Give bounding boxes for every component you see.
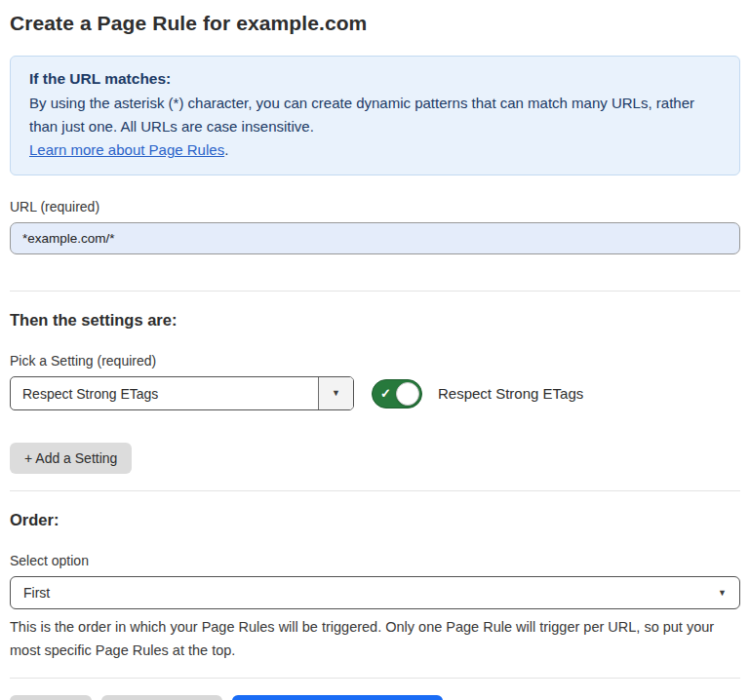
link-period: . [224, 141, 228, 158]
create-page-rule-form: Create a Page Rule for example.com If th… [0, 0, 750, 700]
order-help-text: This is the order in which your Page Rul… [10, 615, 736, 662]
order-select[interactable]: First ▼ [10, 576, 740, 609]
toggle-knob [396, 382, 419, 406]
divider [10, 490, 740, 491]
info-box-body: By using the asterisk (*) character, you… [29, 92, 712, 138]
divider [10, 291, 740, 292]
save-deploy-button[interactable]: Save and Deploy Page Rule [232, 695, 443, 700]
learn-more-link[interactable]: Learn more about Page Rules [29, 141, 224, 158]
toggle-label: Respect Strong ETags [438, 385, 583, 402]
chevron-down-icon: ▼ [332, 389, 340, 398]
url-label: URL (required) [10, 199, 740, 214]
setting-row: Respect Strong ETags ▼ ✓ Respect Strong … [10, 376, 740, 410]
check-icon: ✓ [380, 387, 391, 400]
info-box-heading: If the URL matches: [29, 67, 721, 91]
add-setting-button[interactable]: + Add a Setting [10, 443, 132, 474]
chevron-down-icon: ▼ [718, 589, 727, 598]
page-title: Create a Page Rule for example.com [10, 12, 740, 35]
info-box-link-line: Learn more about Page Rules. [29, 138, 721, 162]
order-select-value: First [23, 585, 50, 601]
footer-actions: Cancel Save as Draft Save and Deploy Pag… [10, 695, 740, 700]
order-heading: Order: [10, 511, 740, 529]
setting-select-value: Respect Strong ETags [11, 377, 318, 409]
setting-picker-label: Pick a Setting (required) [10, 353, 740, 369]
setting-select-arrow-button[interactable]: ▼ [318, 377, 353, 409]
settings-heading: Then the settings are: [10, 311, 740, 330]
order-select-label: Select option [10, 553, 740, 568]
respect-strong-etags-toggle[interactable]: ✓ [372, 379, 422, 408]
url-input[interactable] [10, 222, 740, 254]
setting-select[interactable]: Respect Strong ETags ▼ [10, 376, 354, 410]
cancel-button[interactable]: Cancel [10, 695, 92, 700]
save-draft-button[interactable]: Save as Draft [101, 695, 223, 700]
divider [10, 678, 740, 679]
url-match-info-box: If the URL matches: By using the asteris… [10, 56, 740, 175]
